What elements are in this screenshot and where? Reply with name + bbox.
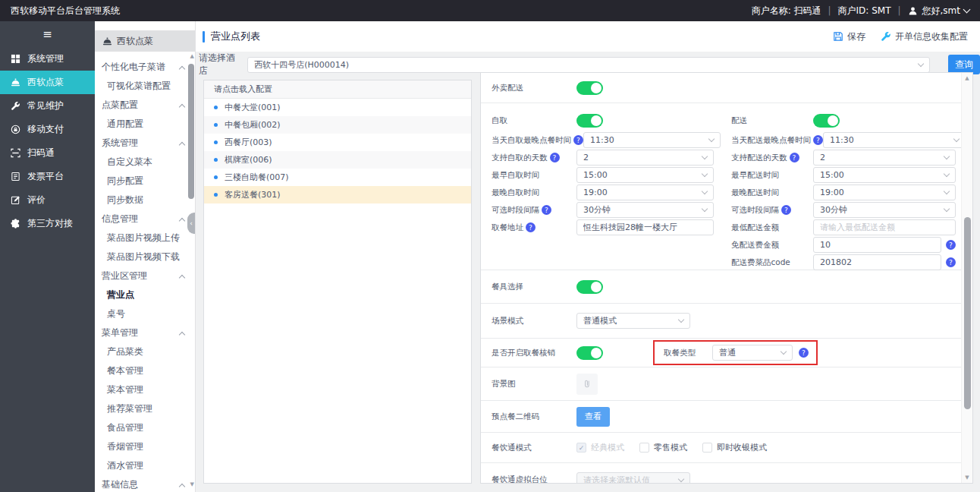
sidebar-item-review[interactable]: 评价 [0,188,95,212]
submenu-scroll-up-arrow[interactable]: ▲ [190,53,194,59]
outlet-item-003[interactable]: 西餐厅(003) [204,134,471,151]
submenu-item-table-number[interactable]: 桌号 [95,304,195,323]
user-greeting: 您好,smt [922,5,960,17]
pickup-verify-toggle[interactable] [576,346,603,360]
checkbox-retail-mode[interactable]: 零售模式 [639,442,687,453]
submenu-item-general-config[interactable]: 通用配置 [95,115,195,134]
pickup-address-input[interactable] [576,219,714,235]
submenu-item-dish-media-download[interactable]: 菜品图片视频下载 [95,248,195,266]
scene-mode-select[interactable]: 普通模式 [576,313,690,329]
scroll-down-arrow[interactable]: ▼ [962,475,972,481]
bullet-icon [214,193,218,197]
delivery-latest-time-select[interactable]: 19:00 [813,184,956,200]
sidebar-item-maintenance[interactable]: 常见维护 [0,94,95,118]
takeout-delivery-toggle[interactable] [576,81,603,95]
submenu-group-business-area[interactable]: 营业区管理 [95,266,195,285]
submenu-item-food-mgmt[interactable]: 食品管理 [95,418,195,437]
delivery-earliest-time-select[interactable]: 15:00 [813,167,956,183]
help-icon[interactable]: ? [799,348,809,358]
submenu-item-recommend-mgmt[interactable]: 推荐菜管理 [95,399,195,418]
submenu-item-product-category[interactable]: 产品菜类 [95,342,195,361]
submenu-group-info-mgmt[interactable]: 信息管理 [95,210,195,229]
help-icon[interactable]: ? [946,240,956,250]
pickup-latest-time-select[interactable]: 19:00 [576,184,714,200]
help-icon[interactable]: ? [813,135,823,145]
pickup-toggle[interactable] [576,114,603,128]
help-icon[interactable]: ? [542,205,551,215]
user-menu[interactable]: 您好,smt [908,5,969,17]
outlet-item-301-selected[interactable]: 客房送餐(301) [204,186,471,203]
menu-collapse-button[interactable]: ≡ [0,21,95,47]
delivery-toggle[interactable] [813,114,840,128]
help-icon[interactable]: ? [946,257,956,267]
pickup-days-select[interactable]: 2 [576,150,714,166]
submenu-item-business-outlet[interactable]: 营业点 [95,285,195,304]
save-button[interactable]: 保存 [833,30,865,43]
submenu-scroll-down-arrow[interactable]: ▼ [190,481,194,487]
free-delivery-amount-input[interactable] [813,237,941,253]
pickup-earliest-time-select[interactable]: 15:00 [576,167,714,183]
submenu-header: 西软点菜 [95,30,195,52]
collect-config-button[interactable]: 开单信息收集配置 [881,30,968,43]
merchant-name: 商户名称: 扫码通 [752,5,821,17]
outlet-list-header: 请点击载入配置 [204,80,471,99]
sidebar-item-third-party[interactable]: 第三方对接 [0,212,95,235]
config-form-panel: 外卖配送 自取 当天自取最晚点餐时间? 11:30 支持自取的天数? [480,72,973,484]
submenu-collapse-handle[interactable]: ‹ [187,213,195,234]
submenu-item-custom-menubook[interactable]: 自定义菜本 [95,153,195,172]
submenu-item-visual-menu-config[interactable]: 可视化菜谱配置 [95,77,195,96]
submenu-scrollbar-thumb[interactable] [188,64,194,199]
sidebar-item-mobile-pay[interactable]: 移动支付 [0,118,95,141]
submenu-item-dish-media-upload[interactable]: 菜品图片视频上传 [95,229,195,248]
hotel-select[interactable]: 西软十四号店(H000014) [247,57,930,73]
checkbox-instant-cashier-mode[interactable]: 即时收银模式 [702,442,767,453]
pickup-interval-select[interactable]: 30分钟 [576,202,714,218]
delivery-days-select[interactable]: 2 [813,150,956,166]
pickup-type-select[interactable]: 普通 [712,345,793,361]
min-delivery-amount-input[interactable] [813,219,956,235]
submenu-group-order-config[interactable]: 点菜配置 [95,96,195,115]
chevron-up-icon [179,65,185,71]
pickup-column: 自取 当天自取最晚点餐时间? 11:30 支持自取的天数? 2 最早自取时间 1… [492,112,734,236]
help-icon[interactable]: ? [781,205,791,215]
pickup-type-label: 取餐类型 [664,348,696,358]
submenu-item-cigarette-mgmt[interactable]: 香烟管理 [95,437,195,456]
view-qrcode-button[interactable]: 查看 [576,407,610,427]
form-scrollbar-thumb[interactable] [964,217,971,409]
submenu-item-sync-config[interactable]: 同步配置 [95,172,195,191]
help-icon[interactable]: ? [790,153,799,162]
merchant-id: 商户ID: SMT [838,5,891,17]
outlet-list-panel: 请点击载入配置 中餐大堂(001) 中餐包厢(002) 西餐厅(003) 棋牌室… [203,80,472,484]
primary-sidebar: ≡ 系统管理 西软点菜 常见维护 移动支付 扫码通 发票平台 [0,21,95,492]
tableware-toggle[interactable] [576,280,603,294]
submenu-item-sync-data[interactable]: 同步数据 [95,191,195,210]
submenu-group-basic-info[interactable]: 基础信息 [95,475,195,492]
title-accent-bar [203,31,205,43]
submenu-item-mealbook-mgmt[interactable]: 餐本管理 [95,361,195,380]
sidebar-item-scan-pass[interactable]: 扫码通 [0,141,95,165]
delivery-fee-dish-code-input[interactable] [813,254,941,270]
help-icon[interactable]: ? [550,153,560,162]
sidebar-item-invoice[interactable]: 发票平台 [0,165,95,188]
outlet-item-006[interactable]: 棋牌室(006) [204,151,471,169]
outlet-item-001[interactable]: 中餐大堂(001) [204,99,471,116]
submenu-group-menu-mgmt[interactable]: 菜单管理 [95,323,195,342]
submenu-group-system-mgmt[interactable]: 系统管理 [95,134,195,153]
help-icon[interactable]: ? [526,222,536,232]
submenu-item-menubook-mgmt[interactable]: 菜本管理 [95,380,195,399]
chevron-up-icon [179,141,185,147]
bullet-icon [214,123,218,127]
sidebar-item-xisoft-order[interactable]: 西软点菜 [0,71,95,94]
sidebar-item-system-mgmt[interactable]: 系统管理 [0,47,95,71]
help-icon[interactable]: ? [573,135,583,145]
pickup-last-order-time-select[interactable]: 11:30 [583,132,721,148]
chevron-down-icon [702,188,708,194]
submenu-item-drinks-mgmt[interactable]: 酒水管理 [95,456,195,475]
bullet-icon [214,175,218,179]
delivery-interval-select[interactable]: 30分钟 [813,202,956,218]
outlet-item-002[interactable]: 中餐包厢(002) [204,116,471,134]
outlet-item-007[interactable]: 三楼自助餐(007) [204,169,471,186]
scroll-up-arrow[interactable]: ▲ [962,75,972,81]
delivery-last-order-time-select[interactable]: 11:30 [823,132,966,148]
submenu-group-personal-emenu[interactable]: 个性化电子菜谱 [95,58,195,77]
